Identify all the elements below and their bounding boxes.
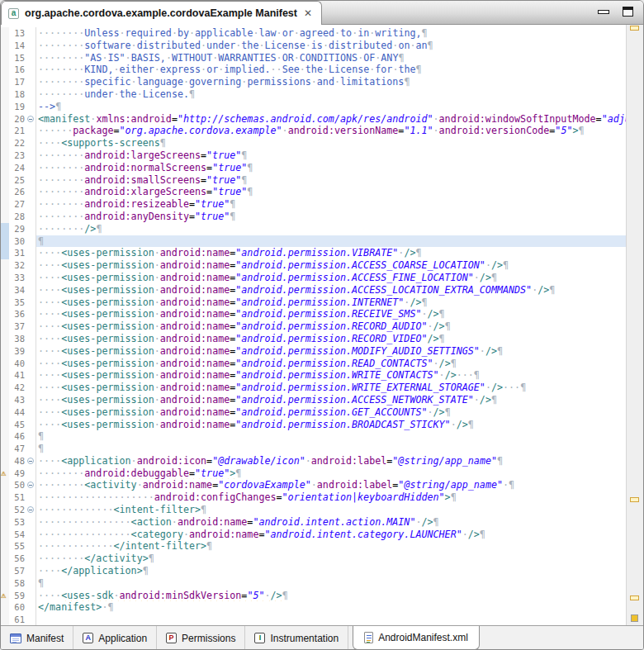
line-number[interactable]: 14: [9, 40, 26, 52]
warning-marker[interactable]: [631, 614, 638, 622]
code-text[interactable]: ····················android:configChange…: [36, 491, 626, 504]
line-number[interactable]: 54: [9, 529, 26, 541]
code-text[interactable]: ····<uses-permission·android:name="andro…: [36, 394, 626, 406]
line-number[interactable]: 50: [9, 479, 26, 491]
code-text[interactable]: ····<uses-permission·android:name="andro…: [36, 345, 626, 358]
line-number[interactable]: 53: [9, 516, 26, 529]
warning-icon-gutter[interactable]: ⚠: [1, 467, 9, 480]
code-text[interactable]: ····<uses-permission·android:name="andro…: [36, 272, 626, 284]
line-number[interactable]: 35: [9, 297, 26, 309]
line-number[interactable]: 59: [9, 590, 26, 602]
line-number[interactable]: 51: [9, 491, 26, 504]
line-number[interactable]: 36: [9, 308, 26, 320]
code-text[interactable]: ····<supports-screens¶: [36, 137, 626, 149]
minimize-icon[interactable]: [598, 10, 609, 14]
editor-tab[interactable]: a org.apache.cordova.example.cordovaExam…: [1, 1, 322, 25]
warning-icon-gutter[interactable]: ⚠: [1, 590, 9, 602]
fold-collapse-icon[interactable]: [27, 116, 34, 122]
line-number[interactable]: 61: [9, 614, 26, 625]
line-number[interactable]: 26: [9, 186, 26, 198]
fold-collapse-icon[interactable]: [27, 506, 34, 513]
line-number[interactable]: 43: [9, 394, 26, 406]
code-text[interactable]: ····<uses-permission·android:name="andro…: [36, 369, 626, 382]
page-tab-androidmanifest-xml[interactable]: AndroidManifest.xml: [353, 626, 480, 650]
line-number[interactable]: 44: [9, 406, 26, 419]
code-text[interactable]: ·············<intent-filter>¶: [36, 504, 626, 516]
code-text[interactable]: ········</activity>¶: [36, 553, 626, 565]
code-text[interactable]: -->¶: [36, 101, 626, 113]
code-text[interactable]: ········android:smallScreens="true"¶: [36, 174, 626, 187]
code-text[interactable]: ················<category·android:name="…: [36, 529, 626, 541]
line-number[interactable]: 34: [9, 284, 26, 297]
fold-gutter[interactable]: [26, 504, 36, 516]
code-text[interactable]: ········software·distributed·under·the·L…: [36, 40, 626, 52]
code-text[interactable]: ····<uses-permission·android:name="andro…: [36, 247, 626, 259]
code-text[interactable]: ········KIND,·either·express·or·implied.…: [36, 64, 626, 76]
maximize-icon[interactable]: [623, 7, 633, 17]
code-text[interactable]: ········Unless·required·by·applicable·la…: [36, 27, 626, 40]
code-text[interactable]: ········"AS·IS"·BASIS,·WITHOUT·WARRANTIE…: [36, 52, 626, 64]
code-text[interactable]: ········android:anyDensity="true"¶: [36, 211, 626, 223]
fold-collapse-icon[interactable]: [27, 482, 34, 488]
line-number[interactable]: 31: [9, 247, 26, 259]
line-number[interactable]: 37: [9, 320, 26, 333]
line-number[interactable]: 21: [9, 125, 26, 137]
line-number[interactable]: 24: [9, 162, 26, 174]
code-text[interactable]: ········android:xlargeScreens="true"¶: [36, 186, 626, 198]
warning-marker[interactable]: [630, 497, 639, 502]
line-number[interactable]: 23: [9, 149, 26, 162]
code-text[interactable]: ····<uses-permission·android:name="andro…: [36, 297, 626, 309]
line-number[interactable]: 19: [9, 101, 26, 113]
line-number[interactable]: 47: [9, 443, 26, 455]
code-text[interactable]: ········android:resizeable="true"¶: [36, 198, 626, 211]
xml-source-editor[interactable]: 13········Unless·required·by·applicable·…: [1, 25, 643, 625]
code-text[interactable]: ········/>¶: [36, 223, 626, 235]
code-text[interactable]: ¶: [36, 577, 626, 590]
code-text[interactable]: ········specific·language·governing·perm…: [36, 76, 626, 88]
code-text[interactable]: ····</application>¶: [36, 565, 626, 577]
fold-gutter[interactable]: [26, 479, 36, 491]
code-text[interactable]: </manifest>·¶: [36, 601, 626, 614]
line-number[interactable]: 27: [9, 198, 26, 211]
line-number[interactable]: 60: [9, 601, 26, 614]
line-number[interactable]: 29: [9, 223, 26, 235]
line-number[interactable]: 46: [9, 430, 26, 443]
code-text[interactable]: [36, 614, 626, 625]
page-tab-application[interactable]: AApplication: [73, 626, 157, 650]
code-text[interactable]: ········android:normalScreens="true"¶: [36, 162, 626, 174]
code-text[interactable]: ····<uses-permission·android:name="andro…: [36, 382, 626, 394]
line-number[interactable]: 48: [9, 455, 26, 467]
line-number[interactable]: 17: [9, 76, 26, 88]
line-number[interactable]: 18: [9, 88, 26, 101]
page-tab-manifest[interactable]: Manifest: [1, 626, 73, 650]
code-text[interactable]: ········under·the·License.¶: [36, 88, 626, 101]
line-number[interactable]: 16: [9, 64, 26, 76]
code-text[interactable]: ········android:largeScreens="true"¶: [36, 149, 626, 162]
line-number[interactable]: 52: [9, 504, 26, 516]
code-text[interactable]: ····<application·android:icon="@drawable…: [36, 455, 626, 467]
line-number[interactable]: 58: [9, 577, 26, 590]
code-text[interactable]: ········android:debuggable="true">¶: [36, 467, 626, 480]
close-icon[interactable]: ✕: [303, 8, 313, 18]
overview-ruler[interactable]: [626, 25, 643, 625]
code-text[interactable]: ····<uses-sdk·android:minSdkVersion="5"·…: [36, 590, 626, 602]
line-number[interactable]: 33: [9, 272, 26, 284]
line-number[interactable]: 42: [9, 382, 26, 394]
line-number[interactable]: 13: [9, 27, 26, 40]
line-number[interactable]: 55: [9, 540, 26, 553]
code-text[interactable]: ····<uses-permission·android:name="andro…: [36, 284, 626, 297]
code-text[interactable]: ····<uses-permission·android:name="andro…: [36, 358, 626, 370]
code-text[interactable]: ¶: [36, 443, 626, 455]
code-text[interactable]: ¶: [36, 235, 626, 248]
warning-marker[interactable]: [630, 26, 639, 31]
fold-gutter[interactable]: [26, 455, 36, 467]
code-text[interactable]: ······package="org.apache.cordova.exampl…: [36, 125, 626, 137]
line-number[interactable]: 49: [9, 467, 26, 480]
line-number[interactable]: 57: [9, 565, 26, 577]
line-number[interactable]: 20: [9, 113, 26, 126]
code-text[interactable]: ·············</intent-filter>¶: [36, 540, 626, 553]
code-text[interactable]: ····<uses-permission·android:name="andro…: [36, 419, 626, 431]
code-text[interactable]: ····<uses-permission·android:name="andro…: [36, 308, 626, 320]
line-number[interactable]: 25: [9, 174, 26, 187]
line-number[interactable]: 56: [9, 553, 26, 565]
